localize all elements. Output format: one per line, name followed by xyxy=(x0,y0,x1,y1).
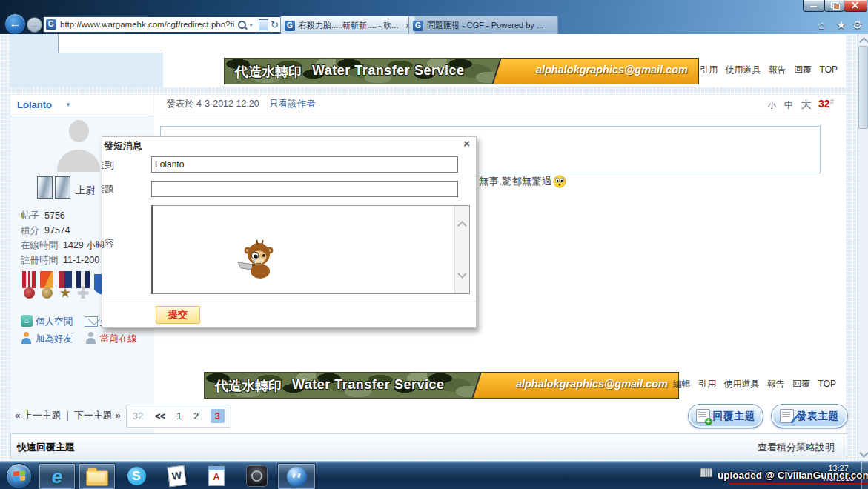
new-topic-label: 發表主題 xyxy=(797,410,840,423)
subject-field[interactable] xyxy=(151,181,458,197)
view-author-link[interactable]: 只看該作者 xyxy=(269,99,316,109)
stat-credits: 積分97574 xyxy=(21,224,70,237)
back-button[interactable]: ← xyxy=(4,13,26,35)
textarea-scrollbar[interactable] xyxy=(454,206,469,293)
personal-space-link[interactable]: 個人空間 xyxy=(36,316,73,328)
scroll-up-icon[interactable] xyxy=(859,37,868,47)
submit-button[interactable]: 提交 xyxy=(156,306,200,324)
topic-nav-separator xyxy=(67,411,68,421)
report-link[interactable]: 報告 xyxy=(769,64,786,75)
tab2-favicon: G xyxy=(413,21,423,31)
current-page[interactable]: 3 xyxy=(211,409,225,423)
minimize-button[interactable] xyxy=(803,0,825,12)
first-page-link[interactable]: << xyxy=(155,410,165,422)
post2-text-content: 無事,驚都無驚過 xyxy=(479,175,551,188)
url-input[interactable] xyxy=(59,19,236,30)
edit-link[interactable]: 編輯 xyxy=(673,379,691,389)
folder-icon xyxy=(86,470,108,486)
use-item-link[interactable]: 使用道具 xyxy=(726,64,761,75)
taskbar-world-of-tanks[interactable] xyxy=(239,463,274,488)
top-link[interactable]: TOP xyxy=(818,379,836,389)
add-friend-link[interactable]: 加為好友 xyxy=(36,333,73,345)
quote-link[interactable]: 引用 xyxy=(698,379,716,389)
favorites-icon[interactable]: ★ xyxy=(836,19,846,32)
home-icon[interactable]: ⌂ xyxy=(818,19,825,31)
reply-topic-button[interactable]: 回覆主題 xyxy=(688,404,763,428)
taskbar-skype[interactable] xyxy=(119,463,154,488)
credit-policy-link[interactable]: 查看積分策略說明 xyxy=(758,441,835,454)
restore-icon-back xyxy=(833,4,840,10)
taskbar-text-document[interactable] xyxy=(199,463,234,488)
forward-button[interactable]: → xyxy=(27,17,42,33)
tab2-title: 問題匯報 - CGF - Powered by ... xyxy=(427,20,554,31)
restore-button[interactable] xyxy=(824,0,844,12)
author-caret-icon[interactable]: ▼ xyxy=(65,102,71,108)
stat-posts: 帖子5756 xyxy=(21,210,65,222)
author-name-link[interactable]: Lolanto xyxy=(17,99,52,110)
reply-doc-icon xyxy=(696,409,710,423)
reply-topic-label: 回覆主題 xyxy=(713,410,756,423)
tray-keyboard-icon[interactable] xyxy=(700,468,712,477)
skype-icon xyxy=(127,467,146,485)
new-topic-doc-icon xyxy=(780,409,794,423)
compatibility-icon[interactable] xyxy=(259,19,268,30)
avatar[interactable] xyxy=(55,119,102,172)
prev-topic-link[interactable]: « 上一主題 xyxy=(15,409,62,422)
reply-link[interactable]: 回覆 xyxy=(794,64,812,75)
use-item-link[interactable]: 使用道具 xyxy=(724,379,760,389)
tools-gear-icon[interactable]: ⚙ xyxy=(852,19,862,32)
address-bar[interactable]: G ▼ ↻ xyxy=(43,16,282,33)
to-label: 送到 xyxy=(102,159,114,172)
refresh-icon[interactable]: ↻ xyxy=(271,20,279,30)
tab-inactive[interactable]: G 問題匯報 - CGF - Powered by ... xyxy=(408,16,558,35)
search-icon[interactable] xyxy=(238,21,246,29)
to-field[interactable] xyxy=(151,156,458,173)
new-topic-button[interactable]: 發表主題 xyxy=(771,404,848,428)
page-1-link[interactable]: 1 xyxy=(176,410,182,422)
font-small-link[interactable]: 小 xyxy=(768,101,776,110)
post2-text: 無事,驚都無驚過 xyxy=(479,175,566,188)
ad-banner-top[interactable]: 代造水轉印 Water Transfer Service alphalokgra… xyxy=(224,58,699,84)
top-link[interactable]: TOP xyxy=(820,64,838,75)
font-large-link[interactable]: 大 xyxy=(801,99,812,110)
minimize-icon xyxy=(810,6,817,7)
taskbar-file-explorer[interactable] xyxy=(79,463,116,489)
post1-signature-box xyxy=(58,34,164,53)
posted-at: 發表於 4-3-2012 12:20 xyxy=(166,99,259,109)
tab1-title: 有殺力胎.....斬斬斬.... - 吹... xyxy=(299,20,402,31)
textarea-scroll-down-icon[interactable] xyxy=(457,269,467,279)
stat-online-time: 在線時間1429 小時 xyxy=(21,239,105,252)
scroll-down-icon[interactable] xyxy=(859,448,868,458)
online-status-icon xyxy=(85,332,97,344)
ad-banner-bottom[interactable]: 代造水轉印 Water Transfer Service alphalokgra… xyxy=(204,372,679,399)
close-button[interactable] xyxy=(844,0,867,12)
message-textarea[interactable] xyxy=(151,205,470,294)
taskbar-word-document[interactable] xyxy=(159,463,194,488)
tab-active[interactable]: G 有殺力胎.....斬斬斬.... - 吹... × xyxy=(280,16,415,35)
banner-en-text: Water Transfer Service xyxy=(312,63,464,79)
address-separator xyxy=(256,19,256,30)
post2-action-links: 編輯 引用 使用道具 報告 回覆 TOP xyxy=(637,378,836,390)
address-dropdown-icon[interactable]: ▼ xyxy=(248,22,254,27)
tab1-favicon: G xyxy=(285,21,295,31)
next-topic-link[interactable]: 下一主題 » xyxy=(74,409,121,422)
quote-link[interactable]: 引用 xyxy=(700,64,718,75)
send-message-icon xyxy=(85,316,98,327)
quick-reply-title: 快速回覆主題 xyxy=(17,441,75,454)
font-mid-link[interactable]: 中 xyxy=(784,100,794,110)
font-size-controls: 小 中 大 xyxy=(768,99,812,112)
taskbar-messenger[interactable] xyxy=(277,463,316,489)
report-link[interactable]: 報告 xyxy=(767,379,785,389)
shocked-emoticon xyxy=(553,175,566,188)
page-2-link[interactable]: 2 xyxy=(193,410,199,422)
taskbar-internet-explorer[interactable]: e xyxy=(39,463,76,489)
page-total: 32 xyxy=(133,410,143,422)
forum-page: 代造水轉印 Water Transfer Service alphalokgra… xyxy=(0,34,868,461)
post1-action-links: 引用 使用道具 報告 回覆 TOP xyxy=(637,64,838,76)
scrollbar-thumb[interactable] xyxy=(858,46,868,129)
reply-link[interactable]: 回覆 xyxy=(792,379,810,389)
start-button[interactable] xyxy=(6,463,32,489)
textarea-scroll-up-icon[interactable] xyxy=(457,221,467,230)
text-document-icon xyxy=(208,466,225,486)
dialog-close-icon[interactable]: × xyxy=(463,137,470,150)
